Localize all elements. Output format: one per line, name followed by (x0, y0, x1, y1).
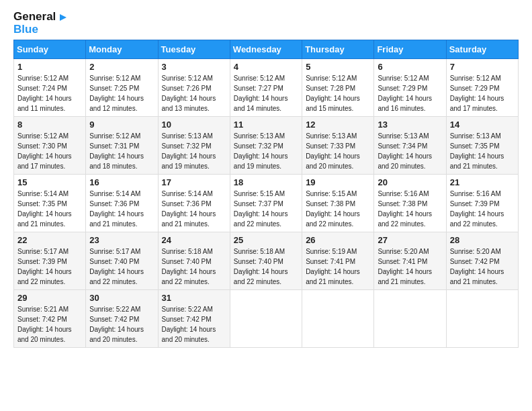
calendar-cell: 9 Sunrise: 5:12 AM Sunset: 7:31 PM Dayli… (86, 117, 158, 175)
calendar-cell: 18 Sunrise: 5:15 AM Sunset: 7:37 PM Dayl… (230, 175, 302, 232)
day-number: 2 (89, 62, 154, 72)
day-info: Sunrise: 5:13 AM Sunset: 7:35 PM Dayligh… (450, 131, 515, 171)
day-number: 30 (89, 293, 154, 303)
calendar-cell: 11 Sunrise: 5:13 AM Sunset: 7:32 PM Dayl… (230, 117, 302, 175)
day-info: Sunrise: 5:17 AM Sunset: 7:39 PM Dayligh… (17, 246, 82, 287)
calendar-cell: 5 Sunrise: 5:12 AM Sunset: 7:28 PM Dayli… (302, 59, 374, 117)
week-row-4: 22 Sunrise: 5:17 AM Sunset: 7:39 PM Dayl… (14, 232, 519, 290)
day-number: 11 (234, 120, 298, 130)
day-number: 3 (162, 62, 226, 72)
day-info: Sunrise: 5:18 AM Sunset: 7:40 PM Dayligh… (234, 246, 298, 287)
day-number: 4 (234, 62, 298, 72)
calendar-cell: 21 Sunrise: 5:16 AM Sunset: 7:39 PM Dayl… (446, 175, 518, 232)
weekday-header-row: SundayMondayTuesdayWednesdayThursdayFrid… (14, 40, 519, 59)
day-info: Sunrise: 5:14 AM Sunset: 7:36 PM Dayligh… (162, 189, 226, 229)
day-number: 5 (306, 62, 370, 72)
day-info: Sunrise: 5:12 AM Sunset: 7:29 PM Dayligh… (378, 73, 442, 113)
day-info: Sunrise: 5:19 AM Sunset: 7:41 PM Dayligh… (306, 246, 370, 287)
day-info: Sunrise: 5:12 AM Sunset: 7:28 PM Dayligh… (306, 73, 370, 113)
day-number: 29 (17, 293, 82, 303)
day-info: Sunrise: 5:13 AM Sunset: 7:34 PM Dayligh… (378, 131, 442, 171)
day-number: 9 (89, 120, 154, 130)
calendar-cell: 17 Sunrise: 5:14 AM Sunset: 7:36 PM Dayl… (158, 175, 230, 232)
day-info: Sunrise: 5:16 AM Sunset: 7:39 PM Dayligh… (450, 189, 515, 229)
calendar-cell: 20 Sunrise: 5:16 AM Sunset: 7:38 PM Dayl… (374, 175, 446, 232)
day-info: Sunrise: 5:14 AM Sunset: 7:35 PM Dayligh… (17, 189, 82, 229)
weekday-header-thursday: Thursday (302, 40, 374, 59)
day-info: Sunrise: 5:22 AM Sunset: 7:42 PM Dayligh… (162, 304, 226, 345)
day-number: 15 (17, 177, 82, 187)
day-number: 18 (234, 177, 298, 187)
day-number: 13 (378, 120, 442, 130)
day-number: 20 (378, 177, 442, 187)
calendar-cell: 16 Sunrise: 5:14 AM Sunset: 7:36 PM Dayl… (86, 175, 158, 232)
day-info: Sunrise: 5:12 AM Sunset: 7:25 PM Dayligh… (89, 73, 154, 113)
day-number: 16 (89, 177, 154, 187)
day-info: Sunrise: 5:15 AM Sunset: 7:37 PM Dayligh… (234, 189, 298, 229)
day-number: 14 (450, 120, 515, 130)
weekday-header-friday: Friday (374, 40, 446, 59)
week-row-5: 29 Sunrise: 5:21 AM Sunset: 7:42 PM Dayl… (14, 290, 519, 348)
day-number: 7 (450, 62, 515, 72)
calendar-cell: 4 Sunrise: 5:12 AM Sunset: 7:27 PM Dayli… (230, 59, 302, 117)
day-number: 17 (162, 177, 226, 187)
calendar-cell (374, 290, 446, 348)
calendar-cell (230, 290, 302, 348)
day-info: Sunrise: 5:15 AM Sunset: 7:38 PM Dayligh… (306, 189, 370, 229)
header: General Blue (13, 11, 519, 36)
calendar-cell: 23 Sunrise: 5:17 AM Sunset: 7:40 PM Dayl… (86, 232, 158, 290)
weekday-header-sunday: Sunday (14, 40, 86, 59)
calendar-cell: 24 Sunrise: 5:18 AM Sunset: 7:40 PM Dayl… (158, 232, 230, 290)
day-info: Sunrise: 5:22 AM Sunset: 7:42 PM Dayligh… (89, 304, 154, 345)
calendar-cell: 22 Sunrise: 5:17 AM Sunset: 7:39 PM Dayl… (14, 232, 86, 290)
day-number: 24 (162, 235, 226, 245)
day-info: Sunrise: 5:17 AM Sunset: 7:40 PM Dayligh… (89, 246, 154, 287)
day-info: Sunrise: 5:13 AM Sunset: 7:32 PM Dayligh… (234, 131, 298, 171)
calendar-cell: 19 Sunrise: 5:15 AM Sunset: 7:38 PM Dayl… (302, 175, 374, 232)
weekday-header-tuesday: Tuesday (158, 40, 230, 59)
calendar-cell: 6 Sunrise: 5:12 AM Sunset: 7:29 PM Dayli… (374, 59, 446, 117)
day-number: 21 (450, 177, 515, 187)
weekday-header-wednesday: Wednesday (230, 40, 302, 59)
day-info: Sunrise: 5:21 AM Sunset: 7:42 PM Dayligh… (17, 304, 82, 345)
day-number: 10 (162, 120, 226, 130)
day-info: Sunrise: 5:13 AM Sunset: 7:33 PM Dayligh… (306, 131, 370, 171)
day-info: Sunrise: 5:12 AM Sunset: 7:30 PM Dayligh… (17, 131, 82, 171)
day-info: Sunrise: 5:12 AM Sunset: 7:27 PM Dayligh… (234, 73, 298, 113)
day-number: 27 (378, 235, 442, 245)
calendar-cell: 29 Sunrise: 5:21 AM Sunset: 7:42 PM Dayl… (14, 290, 86, 348)
day-info: Sunrise: 5:12 AM Sunset: 7:31 PM Dayligh… (89, 131, 154, 171)
calendar-cell: 7 Sunrise: 5:12 AM Sunset: 7:29 PM Dayli… (446, 59, 518, 117)
day-number: 8 (17, 120, 82, 130)
day-info: Sunrise: 5:18 AM Sunset: 7:40 PM Dayligh… (162, 246, 226, 287)
day-info: Sunrise: 5:13 AM Sunset: 7:32 PM Dayligh… (162, 131, 226, 171)
calendar-cell: 1 Sunrise: 5:12 AM Sunset: 7:24 PM Dayli… (14, 59, 86, 117)
calendar-cell (446, 290, 518, 348)
weekday-header-saturday: Saturday (446, 40, 518, 59)
day-info: Sunrise: 5:16 AM Sunset: 7:38 PM Dayligh… (378, 189, 442, 229)
calendar-cell: 15 Sunrise: 5:14 AM Sunset: 7:35 PM Dayl… (14, 175, 86, 232)
calendar-table: SundayMondayTuesdayWednesdayThursdayFrid… (13, 40, 519, 348)
calendar-cell: 28 Sunrise: 5:20 AM Sunset: 7:42 PM Dayl… (446, 232, 518, 290)
day-number: 31 (162, 293, 226, 303)
day-info: Sunrise: 5:20 AM Sunset: 7:42 PM Dayligh… (450, 246, 515, 287)
calendar-cell: 10 Sunrise: 5:13 AM Sunset: 7:32 PM Dayl… (158, 117, 230, 175)
day-number: 19 (306, 177, 370, 187)
calendar-cell: 31 Sunrise: 5:22 AM Sunset: 7:42 PM Dayl… (158, 290, 230, 348)
calendar-cell: 12 Sunrise: 5:13 AM Sunset: 7:33 PM Dayl… (302, 117, 374, 175)
weekday-header-monday: Monday (86, 40, 158, 59)
day-number: 1 (17, 62, 82, 72)
day-info: Sunrise: 5:20 AM Sunset: 7:41 PM Dayligh… (378, 246, 442, 287)
calendar-cell (302, 290, 374, 348)
calendar-cell: 3 Sunrise: 5:12 AM Sunset: 7:26 PM Dayli… (158, 59, 230, 117)
day-number: 25 (234, 235, 298, 245)
calendar-cell: 13 Sunrise: 5:13 AM Sunset: 7:34 PM Dayl… (374, 117, 446, 175)
week-row-3: 15 Sunrise: 5:14 AM Sunset: 7:35 PM Dayl… (14, 175, 519, 232)
calendar-cell: 25 Sunrise: 5:18 AM Sunset: 7:40 PM Dayl… (230, 232, 302, 290)
day-number: 26 (306, 235, 370, 245)
day-info: Sunrise: 5:12 AM Sunset: 7:24 PM Dayligh… (17, 73, 82, 113)
day-number: 28 (450, 235, 515, 245)
calendar-cell: 30 Sunrise: 5:22 AM Sunset: 7:42 PM Dayl… (86, 290, 158, 348)
calendar-cell: 26 Sunrise: 5:19 AM Sunset: 7:41 PM Dayl… (302, 232, 374, 290)
day-number: 6 (378, 62, 442, 72)
